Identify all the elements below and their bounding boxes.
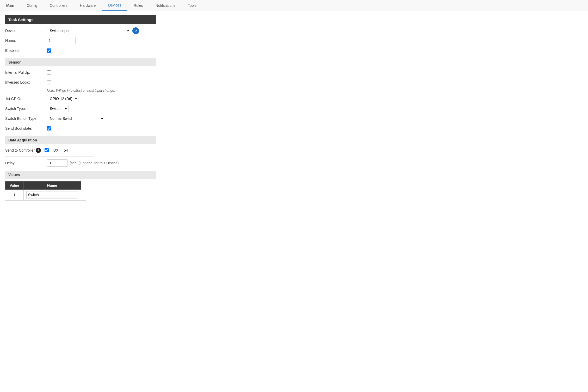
switch-type-row: Switch Type: SwitchDimmerMotor bbox=[5, 105, 156, 112]
inversed-logic-row: Inversed Logic: bbox=[5, 79, 156, 86]
delay-row: Delay: [sec] (Optional for this Device) bbox=[5, 159, 156, 167]
inversed-logic-checkbox[interactable] bbox=[47, 80, 51, 84]
name-row: Name: bbox=[5, 37, 156, 44]
table-row: 1 bbox=[5, 190, 81, 200]
delay-label: Delay: bbox=[5, 161, 47, 165]
value-cell: 1 bbox=[5, 190, 24, 200]
idx-input[interactable] bbox=[62, 147, 80, 154]
delay-input[interactable] bbox=[47, 159, 68, 167]
note-text: Note: Will go into effect on next input … bbox=[47, 89, 156, 92]
main-content: Task Settings Device: Switch inputDHT11D… bbox=[0, 11, 162, 205]
gpio-row: 1st GPIO: GPIO-12 (D6)GPIO-0 (D3)GPIO-2 … bbox=[5, 95, 156, 102]
enabled-checkbox[interactable] bbox=[47, 48, 51, 53]
enabled-label: Enabled: bbox=[5, 48, 47, 53]
device-select-group: Switch inputDHT11DHT22DS18B20BMP280 ? bbox=[47, 27, 139, 34]
nav-tab-notifications[interactable]: Notifications bbox=[149, 0, 182, 11]
nav-tab-tools[interactable]: Tools bbox=[182, 0, 203, 11]
internal-pullup-label: Internal PullUp: bbox=[5, 70, 47, 74]
task-settings-header: Task Settings bbox=[5, 15, 156, 24]
switch-button-type-row: Switch Button Type: Normal SwitchPush Bu… bbox=[5, 115, 156, 122]
inversed-logic-label: Inversed Logic: bbox=[5, 80, 47, 84]
nav-tab-devices[interactable]: Devices bbox=[102, 0, 127, 11]
delay-unit: [sec] (Optional for this Device) bbox=[70, 161, 119, 165]
device-select[interactable]: Switch inputDHT11DHT22DS18B20BMP280 bbox=[47, 27, 130, 34]
nav-tab-main[interactable]: Main bbox=[0, 0, 20, 11]
col-name-header: Name bbox=[23, 182, 81, 190]
help-button[interactable]: ? bbox=[132, 27, 139, 34]
switch-button-type-select[interactable]: Normal SwitchPush Button Active LowPush … bbox=[47, 115, 104, 122]
internal-pullup-row: Internal PullUp: bbox=[5, 69, 156, 76]
name-cell[interactable] bbox=[23, 190, 81, 200]
table-bottom-line bbox=[5, 200, 86, 201]
name-cell-input[interactable] bbox=[26, 191, 78, 198]
nav-tabs: MainConfigControllersHardwareDevicesRule… bbox=[0, 0, 588, 11]
send-boot-state-row: Send Boot state: bbox=[5, 125, 156, 132]
send-boot-state-label: Send Boot state: bbox=[5, 126, 47, 130]
name-input[interactable] bbox=[47, 37, 76, 44]
values-table: Value Name 1 bbox=[5, 181, 81, 200]
nav-tab-config[interactable]: Config bbox=[20, 0, 43, 11]
send-to-controller-row: Send to Controller 1 IDX: bbox=[5, 147, 156, 154]
send-to-controller-label-group: Send to Controller 1 bbox=[5, 148, 41, 153]
device-label: Device: bbox=[5, 29, 47, 33]
controller-badge: 1 bbox=[36, 148, 41, 153]
send-boot-state-checkbox[interactable] bbox=[47, 126, 51, 130]
nav-tab-rules[interactable]: Rules bbox=[127, 0, 149, 11]
nav-tab-controllers[interactable]: Controllers bbox=[44, 0, 74, 11]
divider-1 bbox=[5, 157, 94, 157]
data-acquisition-header: Data Acquisition bbox=[5, 136, 156, 144]
nav-tab-hardware[interactable]: Hardware bbox=[74, 0, 102, 11]
send-to-controller-label: Send to Controller bbox=[5, 148, 35, 152]
idx-label: IDX: bbox=[52, 148, 59, 152]
values-header: Values bbox=[5, 171, 156, 179]
device-row: Device: Switch inputDHT11DHT22DS18B20BMP… bbox=[5, 27, 156, 34]
send-to-controller-checkbox[interactable] bbox=[45, 148, 49, 152]
gpio-select[interactable]: GPIO-12 (D6)GPIO-0 (D3)GPIO-2 (D4)GPIO-4… bbox=[47, 95, 78, 102]
col-value-header: Value bbox=[5, 182, 24, 190]
switch-type-select[interactable]: SwitchDimmerMotor bbox=[47, 105, 69, 112]
name-label: Name: bbox=[5, 39, 47, 43]
enabled-row: Enabled: bbox=[5, 47, 156, 54]
internal-pullup-checkbox[interactable] bbox=[47, 70, 51, 74]
switch-button-type-label: Switch Button Type: bbox=[5, 116, 47, 121]
sensor-header: Sensor bbox=[5, 58, 156, 66]
switch-type-label: Switch Type: bbox=[5, 107, 47, 111]
gpio-label: 1st GPIO: bbox=[5, 97, 47, 101]
